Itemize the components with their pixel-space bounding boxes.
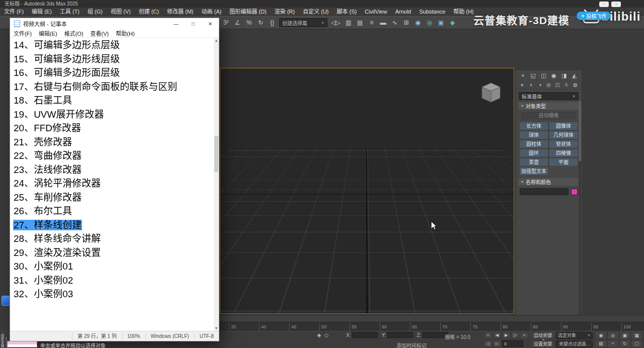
notepad-line[interactable]: 24、涡轮平滑修改器	[13, 177, 214, 191]
isolate-selection-icon[interactable]: ◈	[317, 332, 321, 338]
selection-lock-icon[interactable]: ◇	[324, 332, 328, 338]
perspective-viewport[interactable]	[220, 68, 514, 314]
notepad-line[interactable]: 25、车削修改器	[13, 191, 214, 205]
maximize-viewport-icon[interactable]: ▢	[631, 340, 642, 348]
motion-panel-icon[interactable]: ◉	[549, 71, 559, 80]
spacewarps-category-icon[interactable]: ◊	[562, 82, 571, 88]
zoom-all-icon[interactable]: ◎	[607, 331, 619, 339]
panel-scrollbar[interactable]	[579, 100, 581, 328]
timeline-ruler[interactable]: 35404550556065707580859095100	[220, 322, 644, 331]
notepad-line[interactable]: 21、壳修改器	[13, 135, 214, 149]
display-panel-icon[interactable]: ◨	[559, 71, 569, 80]
pan-icon[interactable]: +	[607, 340, 619, 348]
menu-item[interactable]: CivilView	[361, 8, 391, 16]
go-to-start-icon[interactable]: «	[484, 332, 492, 338]
menu-item[interactable]: 脚本 (S)	[333, 8, 361, 16]
menu-item[interactable]: 视图 (V)	[107, 8, 135, 16]
material-editor-icon[interactable]: ◉	[413, 18, 422, 28]
viewcube[interactable]	[477, 79, 505, 107]
create-panel-icon[interactable]: +	[518, 71, 528, 80]
primitive-category-dropdown[interactable]: 标准基体 ▼	[519, 92, 579, 100]
next-key-icon[interactable]: ▷	[493, 340, 501, 347]
zoom-extents-all-icon[interactable]: ▦	[631, 331, 642, 339]
spinner-snap-icon[interactable]: ↻	[256, 18, 265, 28]
maxscript-mini-listener[interactable]	[7, 341, 37, 347]
notepad-line[interactable]: 26、布尔工具	[13, 204, 214, 218]
menu-item[interactable]: 工具 (T)	[56, 8, 84, 16]
menu-item[interactable]: 渲染 (R)	[271, 8, 299, 16]
notepad-close-button[interactable]: ✕	[202, 18, 219, 29]
systems-category-icon[interactable]: ◍	[571, 82, 579, 88]
cameras-category-icon[interactable]: ◎	[545, 82, 553, 88]
notepad-line[interactable]: 29、渲染及渲染设置	[13, 246, 214, 260]
zoom-region-icon[interactable]: ▧	[595, 340, 607, 348]
coordinate-field[interactable]	[352, 332, 378, 338]
notepad-menu-item[interactable]: 格式(O)	[61, 29, 87, 37]
current-frame-field[interactable]: 0	[502, 340, 523, 347]
name-color-rollout[interactable]: ▾ 名称和颜色	[518, 178, 579, 186]
layer-explorer-toggle-icon[interactable]: ≡	[367, 18, 376, 28]
geometry-category-icon[interactable]: ●	[518, 82, 526, 88]
object-type-rollout[interactable]: ▾ 对象类型	[518, 102, 579, 110]
notepad-line[interactable]: 31、小案例02	[13, 274, 214, 288]
helpers-category-icon[interactable]: ◰	[553, 82, 561, 88]
scene-explorer-toggle-icon[interactable]: ▤	[355, 18, 364, 28]
object-type-button[interactable]: 四棱锥	[549, 149, 578, 157]
notepad-line[interactable]: 22、弯曲修改器	[13, 149, 214, 163]
utilities-panel-icon[interactable]: ◭	[570, 71, 580, 80]
object-type-button[interactable]: 长方体	[520, 122, 548, 130]
notepad-line[interactable]: 30、小案例01	[13, 259, 214, 274]
menu-item[interactable]: 创建 (C)	[135, 8, 163, 16]
notepad-line[interactable]: 28、样条线命令讲解	[13, 232, 214, 246]
notepad-menu-item[interactable]: 文件(F)	[10, 29, 35, 37]
zoom-extents-icon[interactable]: ▣	[619, 331, 631, 339]
object-type-button[interactable]: 球体	[520, 131, 548, 139]
scroll-down-icon[interactable]: ▼	[214, 326, 219, 330]
named-selection-set-dropdown[interactable]: 创建选择集 ▼	[279, 18, 328, 27]
menu-item[interactable]: 图形编辑器 (D)	[225, 8, 270, 16]
zoom-icon[interactable]: ◉	[595, 331, 607, 339]
coordinate-field[interactable]	[387, 332, 413, 338]
set-key-button[interactable]: 设置关键点	[531, 340, 554, 347]
object-type-button[interactable]: 加强型文本	[520, 167, 548, 175]
previous-key-icon[interactable]: ◁	[484, 340, 492, 347]
object-type-button[interactable]: 圆环	[520, 149, 548, 157]
percent-snap-icon[interactable]: %	[245, 18, 254, 28]
render-setup-icon[interactable]: ◎	[425, 18, 434, 28]
notepad-line[interactable]: 16、可编辑多边形面层级	[13, 66, 214, 80]
recorder-close-button[interactable]: ×	[611, 2, 621, 7]
object-type-button[interactable]: 管状体	[549, 140, 578, 148]
snaps-toggle-icon[interactable]: 3²	[221, 18, 230, 28]
rendered-frame-icon[interactable]: ▣	[436, 18, 445, 28]
previous-frame-icon[interactable]: ◀	[493, 332, 501, 338]
notepad-line[interactable]: 20、FFD修改器	[13, 121, 214, 135]
modify-panel-icon[interactable]: ◱	[529, 71, 538, 80]
notepad-line[interactable]: 19、UVW展开修改器	[13, 108, 214, 122]
menu-item[interactable]: 修改器 (M)	[163, 8, 198, 16]
curve-editor-icon[interactable]: ∿	[390, 18, 399, 28]
object-type-button[interactable]: 圆锥体	[549, 122, 578, 130]
orbit-icon[interactable]: ↻	[619, 340, 631, 348]
schematic-view-icon[interactable]: ⊞	[401, 18, 411, 28]
autogrid-toggle[interactable]: 自动栅格	[522, 112, 576, 119]
floating-app-icon[interactable]	[2, 296, 11, 306]
render-production-icon[interactable]: ◆	[448, 18, 457, 28]
object-color-swatch[interactable]	[571, 189, 578, 195]
notepad-text-area[interactable]: 14、可编辑多边形点层级15、可编辑多边形线层级16、可编辑多边形面层级17、右…	[10, 38, 219, 331]
notepad-line[interactable]: 15、可编辑多边形线层级	[13, 52, 214, 66]
menu-item[interactable]: 自定义 (U)	[299, 8, 333, 16]
track-bar[interactable]	[220, 315, 644, 322]
next-frame-icon[interactable]: ▷	[511, 332, 519, 338]
scroll-up-icon[interactable]: ▲	[214, 39, 219, 42]
notepad-line[interactable]: 23、法线修改器	[13, 163, 214, 177]
hierarchy-panel-icon[interactable]: ◫	[539, 71, 548, 80]
menu-item[interactable]: Arnold	[391, 8, 415, 16]
object-type-button[interactable]: 平面	[549, 158, 578, 166]
notepad-titlebar[interactable]: 视频大纲 - 记事本 —□✕	[10, 18, 219, 29]
play-icon[interactable]: ▶	[502, 332, 510, 338]
notepad-menu-item[interactable]: 帮助(H)	[112, 29, 138, 37]
notepad-menu-item[interactable]: 查看(V)	[87, 29, 113, 37]
shapes-category-icon[interactable]: ◖	[527, 82, 535, 88]
object-name-field[interactable]	[520, 188, 569, 195]
object-type-button[interactable]: 圆柱体	[520, 140, 548, 148]
